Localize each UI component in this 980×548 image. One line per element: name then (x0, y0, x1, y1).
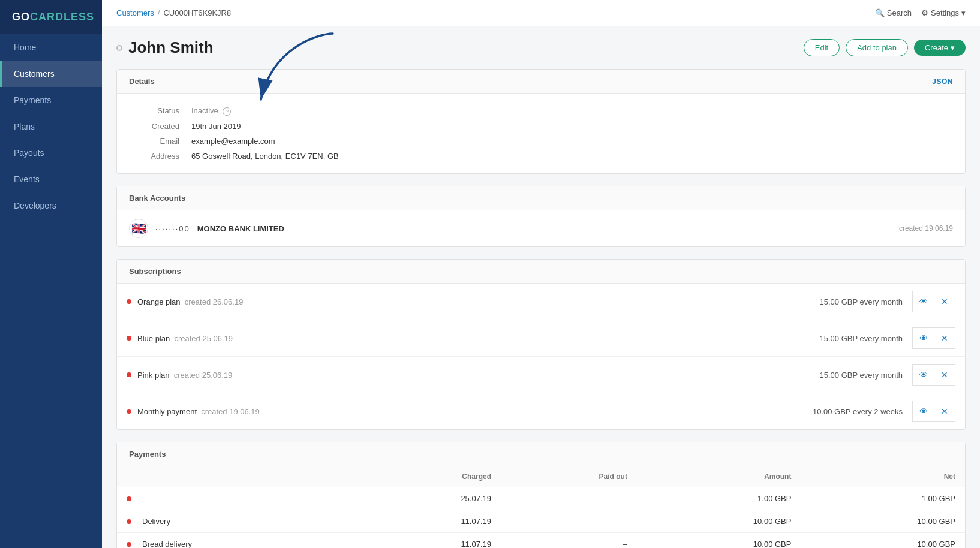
details-section: Details JSON Status Inactive ? Created 1… (116, 69, 966, 174)
sidebar: GOCARDLESS Home Customers Payments Plans… (0, 0, 102, 548)
close-icon: ✕ (941, 407, 948, 416)
bank-name: MONZO BANK LIMITED (197, 224, 284, 233)
detail-label-address: Address (131, 152, 179, 161)
eye-icon: 👁 (919, 370, 928, 380)
subscription-view-button-2[interactable]: 👁 (912, 364, 934, 386)
sidebar-item-payouts[interactable]: Payouts (0, 140, 102, 166)
detail-row-created: Created 19th Jun 2019 (131, 119, 951, 134)
bank-account-row: 🇬🇧 ·······00 MONZO BANK LIMITED created … (117, 210, 965, 246)
logo-go: GO (12, 11, 30, 23)
eye-icon: 👁 (919, 407, 928, 416)
subscription-view-button-0[interactable]: 👁 (912, 291, 934, 312)
payment-paid-out-1: – (501, 510, 637, 533)
payments-title: Payments (129, 450, 166, 459)
subscription-actions-1: 👁 ✕ (912, 327, 955, 349)
subscription-status-dot-2 (127, 372, 131, 377)
payment-name-cell-2: Bread delivery (117, 533, 359, 549)
detail-row-status: Status Inactive ? (131, 103, 951, 119)
payment-name-cell-0: – (117, 487, 359, 510)
header-actions: Edit Add to plan Create ▾ (804, 39, 966, 56)
subscription-close-button-3[interactable]: ✕ (934, 401, 955, 422)
subscription-view-button-1[interactable]: 👁 (912, 327, 934, 349)
subscription-close-button-0[interactable]: ✕ (934, 291, 955, 312)
payment-row-0: – 25.07.19 – 1.00 GBP 1.00 GBP (117, 487, 965, 510)
chevron-down-icon: ▾ (961, 8, 966, 17)
payment-charged-0: 25.07.19 (359, 487, 501, 510)
detail-value-email: example@example.com (191, 137, 275, 146)
detail-label-email: Email (131, 137, 179, 146)
settings-label: Settings (931, 8, 959, 17)
subscription-row-2: Pink plan created 25.06.19 15.00 GBP eve… (117, 357, 965, 393)
search-button[interactable]: 🔍 Search (875, 8, 912, 17)
page-title: John Smith (128, 38, 214, 57)
bank-left: 🇬🇧 ·······00 MONZO BANK LIMITED (129, 219, 284, 238)
payment-name-cell-1: Delivery (117, 510, 359, 533)
payment-paid-out-2: – (501, 533, 637, 549)
subscription-name-3: Monthly payment created 19.06.19 (137, 407, 813, 416)
payments-table-header-row: Charged Paid out Amount Net (117, 466, 965, 487)
sidebar-item-payments[interactable]: Payments (0, 87, 102, 113)
payment-charged-2: 11.07.19 (359, 533, 501, 549)
details-title: Details (129, 77, 155, 86)
bank-accounts-title: Bank Accounts (129, 194, 185, 203)
payment-net-0: 1.00 GBP (801, 487, 965, 510)
payment-amount-2: 10.00 GBP (637, 533, 801, 549)
payment-charged-1: 11.07.19 (359, 510, 501, 533)
detail-label-created: Created (131, 122, 179, 131)
detail-label-status: Status (131, 106, 179, 116)
sidebar-item-developers[interactable]: Developers (0, 192, 102, 219)
main-area: Customers / CU000HT6K9KJR8 🔍 Search ⚙ Se… (102, 0, 980, 548)
gear-icon: ⚙ (921, 8, 928, 17)
payments-section: Payments Charged Paid out Amount Net (116, 442, 966, 548)
bank-accounts-header: Bank Accounts (117, 186, 965, 210)
detail-row-email: Email example@example.com (131, 134, 951, 149)
info-icon-status[interactable]: ? (223, 107, 231, 116)
col-header-paid-out: Paid out (501, 466, 637, 487)
sidebar-item-customers[interactable]: Customers (0, 61, 102, 87)
json-link[interactable]: JSON (932, 77, 953, 86)
subscription-actions-2: 👁 ✕ (912, 364, 955, 386)
payments-section-header: Payments (117, 442, 965, 466)
details-grid: Status Inactive ? Created 19th Jun 2019 … (117, 94, 965, 173)
settings-button[interactable]: ⚙ Settings ▾ (921, 8, 966, 17)
subscription-status-dot-3 (127, 409, 131, 414)
create-button[interactable]: Create ▾ (914, 40, 966, 56)
sidebar-item-plans[interactable]: Plans (0, 113, 102, 140)
payment-status-dot-2 (127, 542, 131, 547)
search-label: Search (887, 8, 912, 17)
payment-status-dot-1 (127, 519, 131, 524)
detail-value-status: Inactive ? (191, 106, 231, 116)
col-header-name (117, 466, 359, 487)
close-icon: ✕ (941, 333, 948, 343)
breadcrumb-customers-link[interactable]: Customers (116, 8, 154, 17)
subscription-amount-0: 15.00 GBP every month (819, 297, 903, 306)
col-header-charged: Charged (359, 466, 501, 487)
sidebar-item-home[interactable]: Home (0, 34, 102, 61)
subscription-row-1: Blue plan created 25.06.19 15.00 GBP eve… (117, 320, 965, 357)
subscription-close-button-1[interactable]: ✕ (934, 327, 955, 349)
payments-table: Charged Paid out Amount Net – (117, 466, 965, 548)
payment-net-1: 10.00 GBP (801, 510, 965, 533)
breadcrumb-separator: / (158, 8, 160, 17)
col-header-net: Net (801, 466, 965, 487)
sidebar-item-events[interactable]: Events (0, 166, 102, 192)
payment-row-2: Bread delivery 11.07.19 – 10.00 GBP 10.0… (117, 533, 965, 549)
subscription-close-button-2[interactable]: ✕ (934, 364, 955, 386)
col-header-amount: Amount (637, 466, 801, 487)
breadcrumb: Customers / CU000HT6K9KJR8 (116, 8, 231, 17)
page-title-area: John Smith (116, 38, 214, 57)
close-icon: ✕ (941, 297, 948, 306)
payment-name-0: – (142, 494, 146, 503)
detail-row-address: Address 65 Goswell Road, London, EC1V 7E… (131, 149, 951, 164)
logo-cardless: CARDLESS (30, 11, 94, 23)
customer-status-dot (116, 45, 122, 51)
bank-created-date: created 19.06.19 (899, 224, 953, 233)
subscription-view-button-3[interactable]: 👁 (912, 401, 934, 422)
subscriptions-section: Subscriptions Orange plan created 26.06.… (116, 259, 966, 430)
add-to-plan-button[interactable]: Add to plan (846, 39, 908, 56)
uk-flag-icon: 🇬🇧 (129, 219, 148, 238)
payment-net-2: 10.00 GBP (801, 533, 965, 549)
edit-button[interactable]: Edit (804, 39, 840, 56)
payment-name-2: Bread delivery (142, 540, 192, 548)
detail-value-address: 65 Goswell Road, London, EC1V 7EN, GB (191, 152, 339, 161)
